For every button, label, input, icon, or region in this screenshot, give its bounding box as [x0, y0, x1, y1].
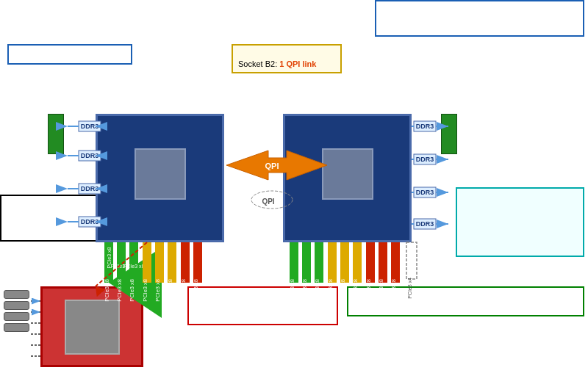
svg-rect-26	[414, 121, 436, 131]
svg-text:PCIe3 x8: PCIe3 x8	[111, 264, 132, 269]
pci-lanes-left-green: PCIe3 x8 PCIe3 x8 PCIe3 x8	[107, 242, 145, 283]
svg-text:QPI: QPI	[265, 162, 279, 170]
disk-3	[4, 312, 29, 321]
pci-lanes-right-red	[370, 242, 395, 283]
svg-text:DDR3: DDR3	[416, 156, 434, 163]
svg-text:PCIe3 x8: PCIe3 x8	[180, 279, 187, 302]
pci-lanes-right-yellow	[332, 242, 357, 283]
svg-text:PCIe3 x8: PCIe3 x8	[123, 264, 145, 269]
sandy-cpu-info-box	[7, 44, 132, 65]
cpu-right-chip	[322, 148, 373, 200]
mem-stick-6	[441, 114, 457, 154]
qpi-info-box: Socket B2: 1 QPI link	[232, 44, 342, 73]
patsburg-block	[40, 286, 143, 367]
svg-rect-30	[414, 154, 436, 164]
pci-express-box	[347, 286, 584, 316]
svg-text:DDR3: DDR3	[416, 189, 434, 196]
cpu-left-diagram	[96, 114, 224, 242]
disk-4	[4, 323, 29, 332]
svg-line-83	[96, 242, 147, 286]
qpi-line2: Socket B2: 1 QPI link	[238, 59, 316, 68]
mem-stick-3	[48, 114, 64, 154]
pci-lanes-right-green	[294, 242, 319, 283]
disk-2	[4, 301, 29, 310]
pci-lanes-left-red	[185, 242, 198, 283]
disk-1	[4, 290, 29, 299]
lom-title	[462, 192, 578, 203]
svg-text:DDR3: DDR3	[416, 123, 434, 130]
memory-info-box	[375, 0, 584, 37]
svg-text:DDR3: DDR3	[416, 220, 434, 228]
svg-rect-81	[406, 242, 417, 279]
svg-text:PCIe3 x8: PCIe3 x8	[167, 279, 173, 302]
svg-text:QPI: QPI	[262, 198, 274, 206]
svg-rect-34	[414, 187, 436, 198]
cpu-right-diagram	[283, 114, 412, 242]
storage-icon-group	[4, 290, 29, 334]
manageability-box	[0, 195, 110, 242]
patsburg-chip	[65, 300, 120, 355]
cpu-left-block	[96, 114, 224, 242]
cpu-left-chip	[135, 148, 186, 200]
patsburg-desc-box	[187, 286, 338, 325]
svg-text:PCIe3 x8: PCIe3 x8	[154, 279, 161, 302]
svg-rect-38	[414, 219, 436, 229]
lom-info-box	[456, 187, 584, 257]
pci-lanes-left-yellow	[147, 242, 172, 283]
svg-text:PCIe3 x8: PCIe3 x8	[107, 247, 112, 268]
svg-text:PCIe3 x8: PCIe3 x8	[340, 279, 346, 302]
cpu-right-block	[283, 114, 412, 242]
